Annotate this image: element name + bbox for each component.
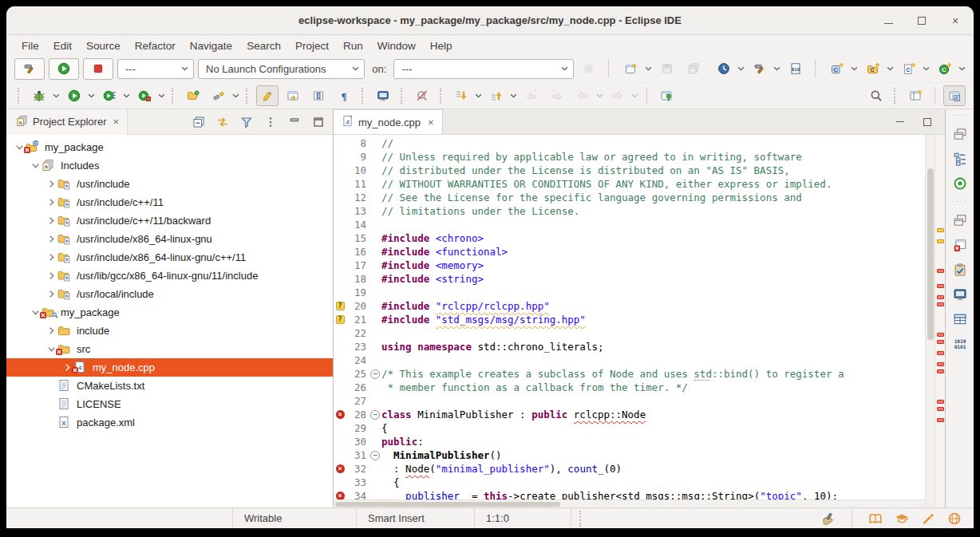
tree-item-usr-include-x86-64-linux-gnu-c-11[interactable]: h/usr/include/x86_64-linux-gnu/c++/11 xyxy=(6,248,333,267)
external-tools-button[interactable] xyxy=(207,85,230,106)
writing-hand-icon[interactable] xyxy=(820,511,836,527)
open-element-button[interactable] xyxy=(182,85,204,106)
code-editor[interactable]: 8//9// Unless required by applicable law… xyxy=(334,135,925,499)
tree-item-my-package[interactable]: Cmy_package xyxy=(6,138,333,156)
block-selection-button[interactable] xyxy=(307,85,330,106)
open-perspective-button[interactable] xyxy=(904,85,927,106)
collapse-all-button[interactable] xyxy=(191,114,207,130)
run-as-button[interactable] xyxy=(63,85,85,106)
overview-error-marker[interactable] xyxy=(937,284,944,288)
community-icon[interactable] xyxy=(946,511,962,527)
close-view-icon[interactable]: × xyxy=(113,116,119,128)
tree-item-usr-include-x86-64-linux-gnu[interactable]: h/usr/include/x86_64-linux-gnu xyxy=(6,230,333,248)
menu-search[interactable]: Search xyxy=(239,38,288,54)
new-source-folder-button[interactable]: C xyxy=(862,58,884,79)
expand-chevron-icon[interactable] xyxy=(45,288,57,301)
horizontal-scrollbar-thumb[interactable] xyxy=(335,502,560,507)
new-source-folder-button-menu-chevron[interactable] xyxy=(887,65,894,72)
view-menu-button[interactable] xyxy=(263,114,279,130)
tab-project-explorer[interactable]: h Project Explorer × xyxy=(6,109,128,135)
launch-target-combo[interactable]: --- xyxy=(393,59,574,79)
tree-item-usr-include[interactable]: h/usr/include xyxy=(6,175,333,193)
expand-chevron-icon[interactable] xyxy=(45,325,57,338)
maximize-button[interactable] xyxy=(915,14,929,28)
outline-view-button[interactable] xyxy=(950,149,970,168)
toggle-highlight-button[interactable] xyxy=(411,85,433,106)
overview-error-marker[interactable] xyxy=(937,295,944,299)
tutorials-icon[interactable] xyxy=(894,511,910,527)
overview-warning-marker[interactable] xyxy=(937,228,944,232)
expand-chevron-icon[interactable] xyxy=(45,270,57,282)
menu-run[interactable]: Run xyxy=(336,38,370,54)
search-button[interactable] xyxy=(865,85,887,106)
menu-navigate[interactable]: Navigate xyxy=(183,38,239,54)
tab-my-node-cpp[interactable]: .c my_node.cpp × xyxy=(334,109,443,134)
launch-mode-combo[interactable]: --- xyxy=(117,59,194,79)
new-source-file-button[interactable]: C xyxy=(898,58,920,79)
debug-button-menu-chevron[interactable] xyxy=(53,93,60,99)
fold-collapse-icon[interactable]: − xyxy=(369,369,381,379)
overview-error-marker[interactable] xyxy=(937,269,944,273)
expand-chevron-icon[interactable] xyxy=(45,251,57,264)
show-whitespace-button[interactable]: ¶ xyxy=(333,85,355,106)
forward-button-menu-chevron[interactable] xyxy=(631,93,638,99)
overview-error-marker[interactable] xyxy=(937,407,944,411)
run-button[interactable] xyxy=(49,58,79,80)
run-as-button-menu-chevron[interactable] xyxy=(88,93,95,99)
memory-view-button[interactable]: 10100101 xyxy=(950,334,970,353)
problems-view-button[interactable] xyxy=(950,235,970,255)
overview-error-marker[interactable] xyxy=(937,400,944,404)
last-edit-location-button[interactable]: * xyxy=(520,85,543,106)
new-cpp-project-button-menu-chevron[interactable] xyxy=(958,65,966,72)
overview-error-marker[interactable] xyxy=(937,351,944,355)
menu-project[interactable]: Project xyxy=(288,38,336,54)
mark-occurrences-button[interactable] xyxy=(256,85,279,106)
overview-error-marker[interactable] xyxy=(937,340,944,344)
error-marker-icon[interactable]: × xyxy=(336,410,345,419)
binary-file-button[interactable]: 010 xyxy=(784,58,807,79)
fold-collapse-icon[interactable]: − xyxy=(369,451,381,460)
tree-item-my-package[interactable]: my_package xyxy=(6,303,333,322)
close-button[interactable]: × xyxy=(948,14,962,28)
overview-error-marker[interactable] xyxy=(937,418,944,422)
overview-error-marker[interactable] xyxy=(937,333,944,337)
maximize-editor-button[interactable] xyxy=(919,114,935,130)
new-class-button-menu-chevron[interactable] xyxy=(851,65,858,72)
forward-button[interactable] xyxy=(607,85,629,106)
profile-button-menu-chevron[interactable] xyxy=(158,93,165,99)
tree-item-cmakelists-txt[interactable]: CMakeLists.txt xyxy=(6,377,333,395)
save-button[interactable] xyxy=(656,58,678,79)
coverage-button[interactable] xyxy=(98,85,121,106)
build-targets-view-button[interactable] xyxy=(950,174,970,193)
expand-chevron-icon[interactable] xyxy=(45,215,57,227)
debug-history-button-menu-chevron[interactable] xyxy=(737,65,745,72)
new-source-file-button-menu-chevron[interactable] xyxy=(923,65,930,72)
tree-item-package-xml[interactable]: Xpackage.xml xyxy=(6,413,333,432)
tree-item-src[interactable]: src xyxy=(6,340,333,358)
fold-collapse-icon[interactable]: − xyxy=(369,410,381,420)
menu-window[interactable]: Window xyxy=(370,38,423,54)
console-view-button[interactable] xyxy=(950,285,970,304)
launch-configuration-combo[interactable]: No Launch Configurations xyxy=(198,59,365,79)
tree-item-include[interactable]: include xyxy=(6,322,333,340)
previous-annotation-button[interactable] xyxy=(485,85,508,106)
expand-chevron-icon[interactable] xyxy=(45,233,57,246)
build-active-config-button-menu-chevron[interactable] xyxy=(773,65,780,72)
next-annotation-button[interactable] xyxy=(450,85,472,106)
back-button-menu-chevron[interactable] xyxy=(596,93,603,99)
pin-editor-button[interactable] xyxy=(655,85,678,106)
minimize-button[interactable] xyxy=(881,14,895,28)
external-tools-button-menu-chevron[interactable] xyxy=(232,93,239,99)
open-console-button[interactable] xyxy=(372,85,394,106)
collapse-chevron-icon[interactable] xyxy=(29,160,41,172)
maximize-view-button[interactable] xyxy=(310,114,326,130)
back-button[interactable] xyxy=(571,85,594,106)
new-wizard-button-menu-chevron[interactable] xyxy=(645,65,652,72)
tree-item-usr-include-c-11[interactable]: h/usr/include/c++/11 xyxy=(6,193,333,211)
unresolved-inclusion-marker-icon[interactable]: ? xyxy=(336,315,345,324)
debug-button[interactable] xyxy=(28,85,50,106)
overview-error-marker[interactable] xyxy=(937,362,944,366)
close-tab-icon[interactable]: × xyxy=(428,116,434,128)
expand-chevron-icon[interactable] xyxy=(45,196,57,209)
tree-item-usr-lib-gcc-x86-64-linux-gnu-11-include[interactable]: h/usr/lib/gcc/x86_64-linux-gnu/11/includ… xyxy=(6,267,333,285)
